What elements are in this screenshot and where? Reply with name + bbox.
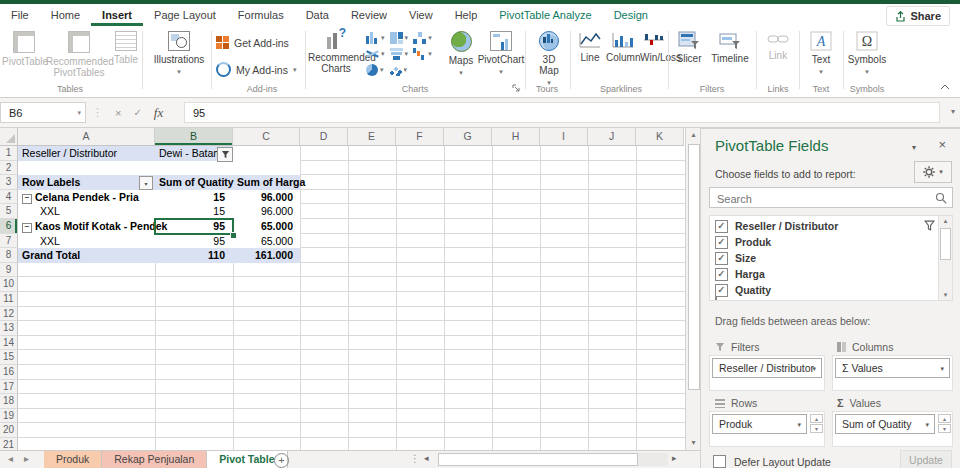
scroll-down-icon[interactable]: ▾ — [939, 291, 952, 299]
tab-file[interactable]: File — [0, 4, 40, 26]
cell-b5[interactable]: 15 — [155, 204, 229, 219]
sparkline-column-button[interactable]: Column — [606, 30, 640, 63]
row-header[interactable]: 19 — [0, 409, 18, 424]
cell-a6[interactable]: −Kaos Motif Kotak - Pendek — [22, 219, 167, 234]
spin-down-icon[interactable]: ▾ — [938, 424, 951, 433]
values-area[interactable]: Sum of Quatity▾ ▴▾ — [832, 411, 953, 447]
cell-a1[interactable]: Reseller / Distributor — [22, 146, 117, 161]
search-input[interactable] — [715, 189, 929, 208]
values-field-pill[interactable]: Sum of Quatity▾ — [835, 414, 935, 434]
text-button[interactable]: A Text ▾ — [802, 30, 840, 76]
row-header[interactable]: 10 — [0, 277, 18, 292]
new-sheet-icon[interactable]: + — [274, 453, 289, 468]
name-box-dropdown-icon[interactable]: ▾ — [77, 103, 81, 123]
row-header[interactable]: 6 — [0, 219, 18, 234]
sheet-tab-produk[interactable]: Produk — [44, 451, 102, 468]
cell-c8[interactable]: 161.000 — [233, 248, 297, 263]
hscroll-right-icon[interactable]: ▸ — [672, 453, 677, 463]
column-header[interactable]: F — [396, 128, 444, 146]
row-header[interactable]: 16 — [0, 365, 18, 380]
field-item[interactable]: Quatity — [710, 282, 952, 298]
cancel-icon[interactable]: × — [115, 107, 121, 119]
column-header[interactable]: G — [444, 128, 492, 146]
checkbox-checked-icon[interactable] — [715, 284, 728, 297]
horizontal-scrollbar-thumb[interactable] — [438, 453, 638, 466]
checkbox-checked-icon[interactable] — [715, 268, 728, 281]
expand-formula-bar-icon[interactable]: ▾ — [951, 107, 955, 116]
row-header[interactable]: 17 — [0, 380, 18, 395]
name-box[interactable]: B6 ▾ — [0, 102, 86, 123]
recommended-pivottables-button[interactable]: Recommended PivotTables — [46, 30, 112, 78]
sheet-nav-left-icon[interactable]: ◂ — [8, 453, 13, 464]
hscroll-left-icon[interactable]: ◂ — [424, 453, 429, 463]
scrollbar-thumb[interactable] — [940, 228, 951, 260]
spin-up-icon[interactable]: ▴ — [810, 414, 823, 423]
rows-area[interactable]: Produk▾ ▴▾ — [709, 411, 825, 447]
cell-c4[interactable]: 96.000 — [233, 190, 297, 205]
tab-formulas[interactable]: Formulas — [227, 4, 295, 26]
insert-funnel-chart-button[interactable]: ▾ — [390, 48, 409, 60]
field-item[interactable]: Produk — [710, 234, 952, 250]
insert-line-chart-button[interactable]: ▾ — [366, 48, 385, 60]
field-item[interactable]: Reseller / Distributor — [710, 218, 952, 234]
my-addins-button[interactable]: My Add-ins ▾ — [216, 62, 296, 77]
row-header[interactable]: 13 — [0, 321, 18, 336]
pivotchart-button[interactable]: PivotChart ▾ — [477, 30, 525, 76]
insert-pie-chart-button[interactable]: ▾ — [366, 64, 384, 76]
field-item[interactable]: Harga — [710, 266, 952, 282]
row-header[interactable]: 4 — [0, 190, 18, 205]
cell-b8[interactable]: 110 — [155, 248, 229, 263]
report-filter-icon[interactable] — [217, 147, 233, 162]
cell-b3[interactable]: Sum of Quatity — [159, 175, 234, 190]
row-header[interactable]: 11 — [0, 292, 18, 307]
maps-button[interactable]: Maps ▾ — [445, 30, 477, 77]
fill-handle[interactable] — [230, 232, 237, 239]
tab-design[interactable]: Design — [603, 4, 659, 26]
scroll-up-icon[interactable]: ▴ — [939, 217, 952, 225]
checkbox-unchecked-icon[interactable] — [713, 455, 726, 468]
row-header[interactable]: 1 — [0, 146, 18, 161]
columns-field-pill[interactable]: Σ Values▾ — [835, 358, 950, 378]
sparkline-winloss-button[interactable]: Win/Loss — [640, 30, 668, 63]
row-header[interactable]: 18 — [0, 394, 18, 409]
scroll-down-icon[interactable]: ▾ — [686, 438, 701, 447]
collapse-ribbon-icon[interactable] — [940, 84, 950, 90]
column-header[interactable]: I — [540, 128, 588, 146]
sheet-nav-right-icon[interactable]: ▸ — [24, 453, 29, 464]
tab-help[interactable]: Help — [444, 4, 489, 26]
spin-down-icon[interactable]: ▾ — [810, 424, 823, 433]
column-header[interactable]: H — [492, 128, 540, 146]
row-header[interactable]: 20 — [0, 423, 18, 438]
cell-a5[interactable]: XXL — [40, 204, 60, 219]
collapse-icon[interactable]: − — [22, 194, 32, 204]
cell-c6[interactable]: 65.000 — [233, 219, 297, 234]
row-header[interactable]: 12 — [0, 307, 18, 322]
column-header[interactable]: B — [155, 128, 233, 146]
columns-area[interactable]: Σ Values▾ — [832, 355, 953, 391]
column-header[interactable]: D — [300, 128, 348, 146]
checkbox-checked-icon[interactable] — [715, 220, 728, 233]
pivottable-button[interactable]: PivotTable — [2, 30, 46, 67]
collapse-icon[interactable]: − — [22, 223, 32, 233]
column-header[interactable]: J — [588, 128, 636, 146]
insert-hierarchy-chart-button[interactable]: ▾ — [413, 32, 432, 44]
tab-review[interactable]: Review — [340, 4, 398, 26]
spin-up-icon[interactable]: ▴ — [938, 414, 951, 423]
row-header[interactable]: 2 — [0, 161, 18, 176]
share-button[interactable]: Share — [886, 6, 950, 26]
cell-b4[interactable]: 15 — [155, 190, 229, 205]
slicer-button[interactable]: Slicer — [671, 30, 707, 64]
cell-a8[interactable]: Grand Total — [22, 248, 80, 263]
row-header[interactable]: 5 — [0, 204, 18, 219]
formula-bar-splitter-icon[interactable]: ⋮ — [92, 106, 103, 119]
row-header[interactable]: 7 — [0, 234, 18, 249]
row-header[interactable]: 14 — [0, 336, 18, 351]
tab-insert[interactable]: Insert — [91, 4, 143, 26]
checkbox-checked-icon[interactable] — [715, 252, 728, 265]
cell-a4[interactable]: −Celana Pendek - Pria — [22, 190, 139, 205]
tab-page-layout[interactable]: Page Layout — [143, 4, 227, 26]
tab-pivottable-analyze[interactable]: PivotTable Analyze — [488, 4, 602, 26]
cell-a3[interactable]: Row Labels — [22, 175, 80, 190]
field-item[interactable]: Size — [710, 250, 952, 266]
sheet-tab-rekap-penjualan[interactable]: Rekap Penjualan — [102, 451, 207, 468]
